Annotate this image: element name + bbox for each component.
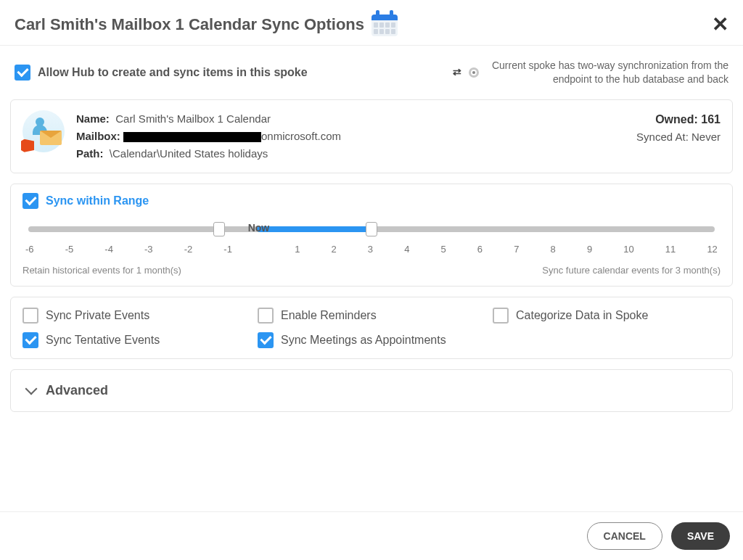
save-button[interactable]: SAVE: [671, 522, 730, 550]
close-icon[interactable]: ✕: [712, 15, 728, 35]
slider-tick: 11: [665, 244, 676, 255]
sync-tentative-checkbox[interactable]: [22, 332, 38, 348]
cancel-button[interactable]: CANCEL: [587, 522, 662, 550]
slider-tick: 3: [368, 244, 373, 255]
allow-sync-row: Allow Hub to create and sync items in th…: [10, 56, 733, 89]
info-fields: Name: Carl Smith's Mailbox 1 Calendar Ma…: [76, 110, 721, 162]
range-header: Sync within Range: [22, 193, 721, 209]
slider-tick: 10: [623, 244, 633, 255]
slider-tick: 12: [707, 244, 717, 255]
mailbox-redacted: [123, 132, 261, 142]
slider-handle-right[interactable]: [366, 222, 377, 236]
sync-options-card: Sync Private Events Enable Reminders Cat…: [10, 297, 733, 359]
allow-sync-control: Allow Hub to create and sync items in th…: [15, 65, 308, 81]
chevron-down-icon: [25, 383, 38, 395]
allow-sync-label: Allow Hub to create and sync items in th…: [38, 66, 308, 79]
option-sync-tentative: Sync Tentative Events: [22, 332, 250, 348]
info-right: Owned: 161 Synced At: Never: [636, 110, 721, 162]
two-way-sync-icon: ⇄: [453, 65, 479, 80]
dialog-footer: CANCEL SAVE: [0, 511, 743, 560]
mailbox-suffix: onmicrosoft.com: [261, 130, 341, 142]
calendar-icon: [372, 13, 398, 36]
slider-tick: 6: [477, 244, 483, 255]
option-categorize: Categorize Data in Spoke: [493, 308, 721, 324]
option-enable-reminders: Enable Reminders: [258, 308, 485, 324]
slider-tick: -5: [65, 244, 74, 255]
sync-range-card: Sync within Range Now -6-5-4-3-2-1123456…: [10, 184, 733, 287]
slider-tick: 2: [331, 244, 336, 255]
sync-private-label: Sync Private Events: [46, 309, 149, 322]
slider-handle-left[interactable]: [213, 222, 225, 236]
slider-tick: 1: [295, 244, 300, 255]
synced-label: Synced At:: [636, 131, 689, 143]
enable-reminders-checkbox[interactable]: [258, 308, 274, 324]
path-label: Path:: [76, 147, 104, 160]
slider-tick: 7: [514, 244, 519, 255]
sync-tentative-label: Sync Tentative Events: [46, 334, 160, 347]
advanced-label: Advanced: [46, 383, 108, 398]
sync-meetings-label: Sync Meetings as Appointments: [281, 334, 446, 347]
future-text: Sync future calendar events for 3 month(…: [542, 265, 721, 276]
slider-tick: -2: [184, 244, 193, 255]
page-title: Carl Smith's Mailbox 1 Calendar Sync Opt…: [15, 15, 364, 34]
enable-reminders-label: Enable Reminders: [281, 309, 377, 322]
slider-tick: 8: [551, 244, 556, 255]
allow-sync-checkbox[interactable]: [15, 65, 30, 81]
categorize-checkbox[interactable]: [493, 308, 509, 324]
slider-tick: 9: [587, 244, 592, 255]
options-grid: Sync Private Events Enable Reminders Cat…: [22, 308, 721, 348]
sync-mode-description: Current spoke has two-way synchronizatio…: [488, 59, 728, 86]
sync-meetings-checkbox[interactable]: [258, 332, 274, 348]
slider-tick: -4: [104, 244, 113, 255]
slider-tick: -1: [223, 244, 232, 255]
name-value: Carl Smith's Mailbox 1 Calendar: [115, 112, 271, 125]
slider-tick: 4: [404, 244, 409, 255]
slider-fill: [257, 226, 372, 232]
range-slider[interactable]: Now: [28, 222, 715, 239]
slider-tick: -6: [25, 244, 34, 255]
mailbox-icon: [22, 110, 65, 152]
owned-label: Owned:: [655, 113, 698, 125]
dialog-content: Allow Hub to create and sync items in th…: [0, 46, 743, 511]
mailbox-label: Mailbox:: [76, 130, 120, 142]
spoke-info-card: Name: Carl Smith's Mailbox 1 Calendar Ma…: [10, 99, 733, 173]
option-sync-meetings: Sync Meetings as Appointments: [258, 332, 485, 348]
sync-private-checkbox[interactable]: [22, 308, 38, 324]
retain-text: Retain historical events for 1 month(s): [22, 265, 181, 276]
option-sync-private: Sync Private Events: [22, 308, 250, 324]
owned-value: 161: [701, 113, 721, 125]
name-label: Name:: [76, 112, 110, 125]
slider-now-label: Now: [248, 222, 270, 234]
slider-tick: 5: [441, 244, 446, 255]
categorize-label: Categorize Data in Spoke: [516, 309, 648, 322]
advanced-toggle[interactable]: Advanced: [10, 369, 733, 412]
slider-tick: -3: [144, 244, 153, 255]
sync-range-label: Sync within Range: [46, 194, 149, 207]
dialog-header: Carl Smith's Mailbox 1 Calendar Sync Opt…: [0, 0, 743, 46]
info-left: Name: Carl Smith's Mailbox 1 Calendar Ma…: [76, 110, 341, 162]
range-footer: Retain historical events for 1 month(s) …: [22, 265, 721, 276]
path-value: \Calendar\United States holidays: [110, 147, 268, 160]
sync-range-checkbox[interactable]: [22, 193, 38, 209]
synced-value: Never: [691, 131, 721, 143]
sync-mode-info: ⇄ Current spoke has two-way synchronizat…: [453, 59, 728, 86]
title-wrap: Carl Smith's Mailbox 1 Calendar Sync Opt…: [15, 13, 398, 36]
slider-ticks: -6-5-4-3-2-1123456789101112: [25, 244, 718, 255]
